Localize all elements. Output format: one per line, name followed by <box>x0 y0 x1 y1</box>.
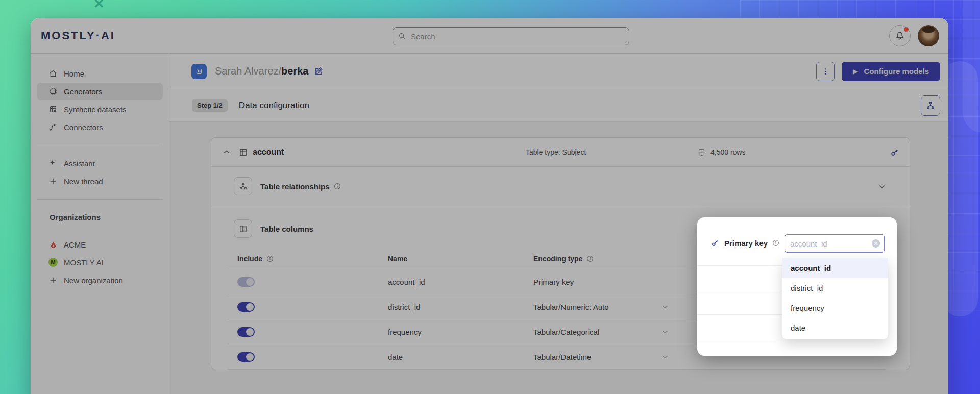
sidebar-item-label: New organization <box>64 276 123 285</box>
background-shape <box>963 0 980 133</box>
table-relationships-label: Table relationships <box>260 182 341 191</box>
include-toggle[interactable] <box>237 352 255 362</box>
chevron-down-icon[interactable] <box>662 328 669 335</box>
sidebar-item-home[interactable]: Home <box>37 65 163 82</box>
plus-icon <box>48 276 58 284</box>
table-icon <box>239 148 248 157</box>
column-name: frequency <box>388 328 533 336</box>
table-card-header: account Table type: Subject 4,500 rows <box>211 138 910 167</box>
include-toggle[interactable] <box>237 277 255 287</box>
encoding-value: Tabular/Numeric: Auto <box>533 303 609 311</box>
kebab-icon <box>821 67 829 76</box>
edit-name-icon[interactable] <box>313 66 324 77</box>
notification-dot <box>904 27 909 32</box>
name-header: Name <box>388 255 533 263</box>
sidebar-divider <box>37 145 163 145</box>
connector-icon <box>48 123 58 131</box>
sidebar: Home Generators Synthetic datasets Conne… <box>31 54 169 394</box>
search-bar[interactable] <box>393 27 629 45</box>
sidebar-item-assistant[interactable]: Assistant <box>37 155 163 172</box>
acme-logo-icon <box>48 240 58 249</box>
generators-icon <box>48 87 58 95</box>
table-name: account <box>253 147 284 157</box>
encoding-value: Tabular/Categorical <box>533 328 599 336</box>
page-title: Data configuration <box>239 101 309 111</box>
sidebar-item-label: Synthetic datasets <box>64 105 127 114</box>
primary-key-popup: Primary key ✕ account_id district_id fre… <box>697 217 897 356</box>
dropdown-option-date[interactable]: date <box>782 318 888 338</box>
collapse-chevron-up-icon[interactable] <box>223 148 231 156</box>
primary-key-input-wrap: ✕ <box>785 234 885 253</box>
chevron-down-icon[interactable] <box>878 182 886 190</box>
sidebar-item-new-organization[interactable]: New organization <box>37 272 163 289</box>
home-icon <box>48 69 58 78</box>
dropdown-option-frequency[interactable]: frequency <box>782 298 888 318</box>
search-icon <box>398 32 406 40</box>
sidebar-divider <box>37 199 163 200</box>
relationships-icon <box>234 177 252 195</box>
bell-icon <box>895 31 905 41</box>
breadcrumb-row: Sarah Alvarez/berka ▶ Configure models <box>169 54 948 89</box>
row-separator <box>697 290 782 290</box>
table-type-label: Table type: Subject <box>526 148 586 156</box>
database-icon <box>697 148 706 157</box>
notifications-button[interactable] <box>889 25 911 46</box>
sidebar-item-label: ACME <box>64 240 86 249</box>
encoding-value: Primary key <box>533 278 574 286</box>
plus-icon <box>48 177 58 185</box>
configure-models-label: Configure models <box>864 67 929 76</box>
row-count-label: 4,500 rows <box>710 148 745 156</box>
include-toggle[interactable] <box>237 327 255 337</box>
info-icon <box>266 255 274 262</box>
include-toggle[interactable] <box>237 302 255 312</box>
sidebar-item-generators[interactable]: Generators <box>37 83 163 100</box>
sidebar-item-connectors[interactable]: Connectors <box>37 118 163 136</box>
include-header: Include <box>228 255 388 263</box>
sidebar-item-label: New thread <box>64 177 103 186</box>
generator-chip-icon <box>191 64 207 79</box>
user-avatar[interactable] <box>918 25 939 46</box>
sidebar-item-label: Home <box>64 69 84 78</box>
breadcrumb-project: berka <box>281 65 308 77</box>
sidebar-item-label: MOSTLY AI <box>64 258 104 267</box>
primary-key-icon[interactable] <box>890 147 899 157</box>
model-configuration-button[interactable] <box>921 95 940 116</box>
row-count: 4,500 rows <box>697 148 745 157</box>
table-relationships-section[interactable]: Table relationships <box>211 167 910 206</box>
chevron-down-icon[interactable] <box>662 353 669 360</box>
column-name: date <box>388 353 533 361</box>
column-name: district_id <box>388 303 533 311</box>
organizations-heading: Organizations <box>31 209 169 229</box>
sidebar-item-label: Generators <box>64 87 102 96</box>
dropdown-option-district-id[interactable]: district_id <box>782 278 888 298</box>
sidebar-item-org-mostly-ai[interactable]: M MOSTLY AI <box>37 254 163 271</box>
more-actions-button[interactable] <box>816 62 835 81</box>
column-name: account_id <box>388 278 533 286</box>
sidebar-item-new-thread[interactable]: New thread <box>37 173 163 190</box>
sidebar-item-synthetic-datasets[interactable]: Synthetic datasets <box>37 101 163 118</box>
breadcrumb: Sarah Alvarez/berka <box>215 65 308 77</box>
step-badge: Step 1/2 <box>192 99 228 112</box>
sparkle-icon <box>48 159 58 167</box>
row-separator <box>697 339 782 339</box>
configure-models-button[interactable]: ▶ Configure models <box>842 62 940 81</box>
step-row: Step 1/2 Data configuration <box>169 89 948 122</box>
primary-key-field-label: Primary key <box>710 238 779 248</box>
background-x-decoration: ✕ <box>93 0 105 12</box>
chevron-down-icon[interactable] <box>662 303 669 310</box>
clear-input-icon[interactable]: ✕ <box>872 239 880 248</box>
info-icon <box>334 183 341 190</box>
encoding-value: Tabular/Datetime <box>533 353 591 361</box>
dropdown-option-account-id[interactable]: account_id <box>782 258 888 278</box>
breadcrumb-owner: Sarah Alvarez/ <box>215 65 281 77</box>
row-separator <box>697 265 782 266</box>
sidebar-item-label: Assistant <box>64 159 95 168</box>
primary-key-input[interactable] <box>790 239 872 248</box>
sidebar-item-org-acme[interactable]: ACME <box>37 236 163 253</box>
mostly-ai-org-icon: M <box>48 258 58 267</box>
columns-icon <box>234 219 252 238</box>
search-input[interactable] <box>411 32 624 41</box>
key-icon <box>710 238 720 248</box>
sidebar-item-label: Connectors <box>64 123 103 132</box>
table-columns-label: Table columns <box>260 225 313 233</box>
